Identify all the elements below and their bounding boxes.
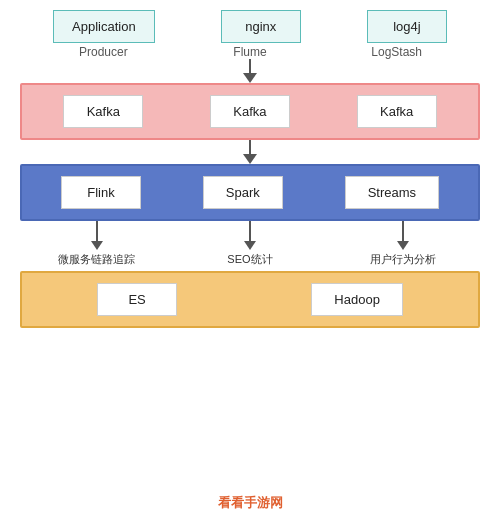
source-labels-row: Producer Flume LogStash	[20, 45, 480, 59]
kafka-label-3: Kafka	[380, 104, 413, 119]
flink-box: Flink	[61, 176, 141, 209]
flume-label: Flume	[210, 45, 290, 59]
producer-label: Producer	[63, 45, 143, 59]
watermark-text: 看看手游网	[218, 494, 283, 512]
kafka-box-2: Kafka	[210, 95, 290, 128]
flume-text: Flume	[233, 45, 266, 59]
output-arrow-streams: 用户行为分析	[363, 221, 443, 267]
flink-label: Flink	[87, 185, 114, 200]
output-arrows-row: 微服务链路追踪 SEO统计 用户行为分析	[20, 221, 480, 271]
logstash-label: LogStash	[357, 45, 437, 59]
es-box: ES	[97, 283, 177, 316]
processing-band: Flink Spark Streams	[20, 164, 480, 221]
output-arrow-flink: 微服务链路追踪	[57, 221, 137, 267]
logstash-text: LogStash	[371, 45, 422, 59]
streams-box: Streams	[345, 176, 439, 209]
kafka-band: Kafka Kafka Kafka	[20, 83, 480, 140]
source-label-log4j: log4j	[393, 19, 420, 34]
kafka-box-1: Kafka	[63, 95, 143, 128]
spark-box: Spark	[203, 176, 283, 209]
kafka-box-3: Kafka	[357, 95, 437, 128]
spark-label: Spark	[226, 185, 260, 200]
arrow-to-kafka	[20, 59, 480, 83]
source-box-application: Application	[53, 10, 155, 43]
es-label: ES	[128, 292, 145, 307]
streams-label: Streams	[368, 185, 416, 200]
watermark: 看看手游网	[0, 490, 500, 516]
source-box-log4j: log4j	[367, 10, 447, 43]
arrow-to-processing	[20, 140, 480, 164]
diagram-container: Application nginx log4j Producer Flume L…	[0, 0, 500, 490]
output-arrow-spark: SEO统计	[210, 221, 290, 267]
source-row: Application nginx log4j	[20, 10, 480, 43]
microservice-label: 微服务链路追踪	[58, 252, 135, 267]
source-label-nginx: nginx	[245, 19, 276, 34]
hadoop-label: Hadoop	[334, 292, 380, 307]
source-label-application: Application	[72, 19, 136, 34]
storage-band: ES Hadoop	[20, 271, 480, 328]
source-box-nginx: nginx	[221, 10, 301, 43]
user-behavior-label: 用户行为分析	[370, 252, 436, 267]
seo-label: SEO统计	[227, 252, 272, 267]
producer-text: Producer	[79, 45, 128, 59]
kafka-label-2: Kafka	[233, 104, 266, 119]
hadoop-box: Hadoop	[311, 283, 403, 316]
kafka-label-1: Kafka	[87, 104, 120, 119]
